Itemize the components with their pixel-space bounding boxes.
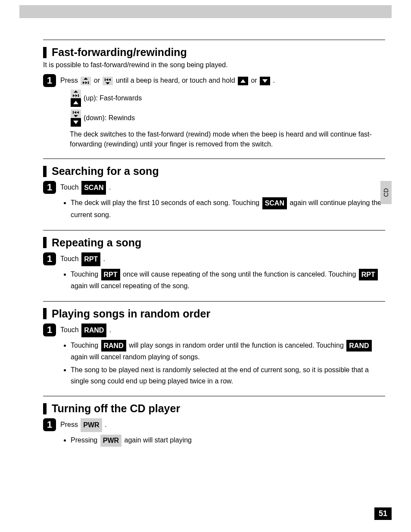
section-title: Searching for a song (52, 165, 159, 177)
rpt-label: RPT (359, 269, 378, 281)
step-number-badge: 1 (43, 324, 56, 336)
up-next-track-icon (81, 77, 91, 85)
section-rule (43, 159, 385, 159)
step-number-badge: 1 (43, 181, 56, 194)
step-text: Press or until a beep is heard, or touch… (60, 74, 275, 87)
step-row: 1 Touch SCAN . (43, 181, 385, 195)
page-content: Fast-forwarding/rewinding It is possible… (0, 18, 411, 466)
step-text: Touch RPT . (60, 252, 105, 266)
section-header-searching: Searching for a song (43, 165, 385, 177)
rpt-label: RPT (101, 269, 120, 281)
list-item: Touching RAND will play songs in random … (71, 340, 385, 363)
step-row: 1 Touch RPT . (43, 252, 385, 266)
legend-text: (up): Fast-forwards (84, 93, 142, 103)
section-title: Turning off the CD player (52, 402, 180, 415)
text: again will start playing (124, 436, 192, 444)
section-marker-icon (43, 166, 47, 177)
step-row: 1 Press or until a beep is heard, or tou… (43, 74, 385, 87)
step-number-badge: 1 (43, 418, 56, 431)
text: Touch (60, 255, 81, 262)
down-prev-track-icon (71, 109, 81, 118)
bullet-list: The deck will play the first 10 seconds … (43, 197, 385, 220)
text: Pressing (71, 436, 100, 444)
step-row: 1 Touch RAND . (43, 324, 385, 337)
text: Touch (60, 184, 81, 191)
up-next-track-icon (71, 90, 81, 98)
section-title: Repeating a song (52, 236, 141, 249)
up-arrow-button-icon (71, 98, 81, 107)
text: again will cancel repeating of the song. (71, 282, 190, 289)
bullet-list: Touching RAND will play songs in random … (43, 340, 385, 386)
section-header-repeating: Repeating a song (43, 236, 385, 249)
text: until a beep is heard, or touch and hold (116, 77, 237, 84)
section-marker-icon (43, 47, 47, 58)
section-header-turn-off: Turning off the CD player (43, 402, 385, 415)
down-arrow-button-icon (260, 77, 270, 85)
text: . (105, 421, 106, 428)
down-prev-track-icon (103, 77, 113, 85)
text: The song to be played next is randomly s… (71, 366, 369, 385)
section-rule (43, 301, 385, 302)
text: Touch (60, 326, 81, 333)
text: Touching (71, 342, 100, 349)
step-text: Touch SCAN . (60, 181, 111, 195)
bullet-list: Touching RPT once will cause repeating o… (43, 269, 385, 292)
pwr-label: PWR (81, 418, 102, 432)
note-text: The deck switches to the fast-forward (r… (70, 129, 385, 149)
list-item: Pressing PWR again will start playing (71, 435, 385, 447)
section-rule (43, 396, 385, 396)
rand-label: RAND (101, 340, 126, 352)
icon-legend-up: (up): Fast-forwards (70, 90, 385, 107)
side-tab-cd: CD (380, 181, 392, 204)
rpt-label: RPT (81, 252, 100, 266)
text: . (109, 184, 111, 191)
section-marker-icon (43, 308, 47, 319)
legend-text: (down): Rewinds (84, 113, 135, 123)
pwr-label: PWR (100, 435, 121, 447)
step-row: 1 Press PWR . (43, 418, 385, 432)
scan-label: SCAN (81, 181, 106, 195)
text: Touching (71, 271, 100, 278)
section-rule (43, 40, 385, 40)
text: . (273, 77, 275, 84)
text: . (103, 255, 105, 262)
section-header-random: Playing songs in random order (43, 308, 385, 320)
down-arrow-button-icon (71, 118, 81, 127)
step-number-badge: 1 (43, 252, 56, 265)
header-bar (19, 5, 392, 18)
text: again will cancel random playing of song… (71, 353, 200, 361)
section-title: Fast-forwarding/rewinding (52, 46, 187, 59)
text: or (251, 77, 259, 84)
section-marker-icon (43, 237, 47, 248)
list-item: Touching RPT once will cause repeating o… (71, 269, 385, 292)
step-text: Touch RAND . (60, 324, 111, 337)
list-item: The song to be played next is randomly s… (71, 364, 385, 386)
scan-label: SCAN (262, 197, 287, 209)
text: once will cause repeating of the song un… (123, 271, 358, 278)
list-item: The deck will play the first 10 seconds … (71, 197, 385, 220)
text: Press (60, 77, 80, 84)
text: will play songs in random order until th… (129, 342, 346, 349)
step-text: Press PWR . (60, 418, 107, 432)
text: . (109, 326, 111, 333)
section-marker-icon (43, 403, 47, 414)
rand-label: RAND (81, 324, 106, 337)
text: The deck will play the first 10 seconds … (71, 199, 262, 206)
up-arrow-button-icon (238, 77, 248, 85)
step-number-badge: 1 (43, 74, 56, 87)
section-rule (43, 230, 385, 230)
side-tab-label: CD (383, 188, 389, 197)
intro-text: It is possible to fast-forward/rewind in… (43, 61, 385, 69)
text: or (94, 77, 102, 84)
rand-label: RAND (346, 340, 371, 352)
icon-legend-down: (down): Rewinds The deck switches to the… (70, 109, 385, 149)
section-title: Playing songs in random order (52, 308, 210, 320)
bullet-list: Pressing PWR again will start playing (43, 435, 385, 447)
text: Press (60, 421, 80, 428)
section-header-fast-forward: Fast-forwarding/rewinding (43, 46, 385, 59)
